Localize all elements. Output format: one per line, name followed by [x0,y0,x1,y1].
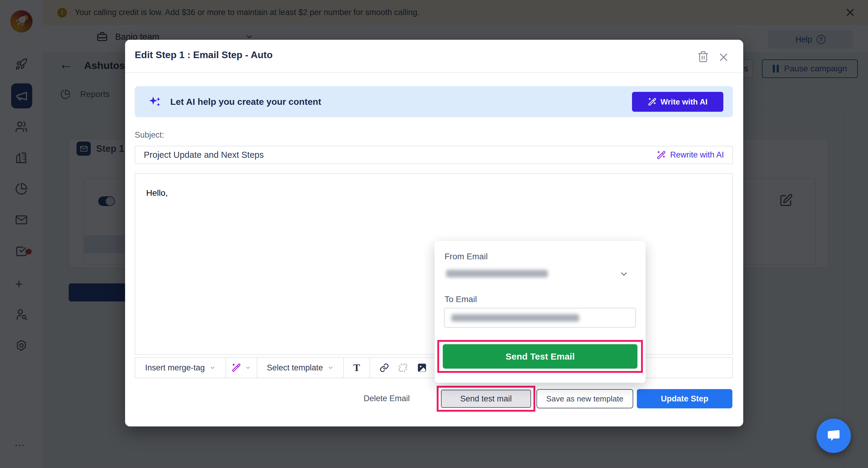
chevron-down-icon [327,364,334,371]
wand-icon [657,151,666,160]
text-format-button[interactable]: T [344,358,370,378]
send-test-mail-button[interactable]: Send test mail [441,390,531,408]
subject-label: Subject: [135,130,164,140]
insert-link-icon[interactable] [379,363,389,372]
subject-value: Project Update and Next Steps [144,150,264,160]
chat-widget-button[interactable] [816,419,851,453]
remove-link-icon[interactable] [398,363,408,372]
rewrite-with-ai-label: Rewrite with AI [670,150,724,160]
rewrite-with-ai-button[interactable]: Rewrite with AI [657,146,724,164]
save-as-new-template-button[interactable]: Save as new template [536,389,633,408]
divider [125,72,743,73]
text-format-icon: T [353,362,360,373]
send-test-email-button[interactable]: Send Test Email [443,344,638,369]
write-with-ai-label: Write with AI [661,97,708,107]
to-email-input[interactable] [444,308,636,328]
ai-helper-banner: Let AI help you create your content Writ… [135,86,733,117]
chevron-down-icon [209,364,216,371]
trash-icon[interactable] [697,51,709,63]
select-template-dropdown[interactable]: Select template [257,358,344,378]
sparkles-icon [148,95,162,109]
update-step-button[interactable]: Update Step [637,389,733,408]
delete-email-button[interactable]: Delete Email [356,394,417,403]
subject-input[interactable]: Project Update and Next Steps Rewrite wi… [135,146,733,164]
insert-image-icon[interactable] [417,363,427,373]
email-body-text: Hello, [146,188,733,198]
insert-merge-tag-dropdown[interactable]: Insert merge-tag [135,358,226,378]
wand-icon [648,98,656,106]
from-email-label: From Email [444,252,488,261]
from-email-value-redacted[interactable] [446,270,548,277]
chevron-down-icon [245,365,251,371]
ai-banner-text: Let AI help you create your content [170,97,321,107]
media-tools-group [370,358,436,378]
ai-wand-dropdown[interactable] [226,358,257,378]
close-icon[interactable] [718,52,729,63]
edit-step-modal: Edit Step 1 : Email Step - Auto Let AI h… [125,40,743,427]
to-email-value-redacted [451,314,579,322]
chevron-down-icon[interactable] [619,269,629,279]
wand-icon [232,363,241,372]
highlight-annotation: Send Test Email [437,340,643,373]
modal-title: Edit Step 1 : Email Step - Auto [135,49,273,61]
chat-bubble-icon [825,427,842,444]
highlight-annotation: Send test mail [437,386,535,412]
write-with-ai-button[interactable]: Write with AI [632,92,723,112]
to-email-label: To Email [444,295,477,304]
send-test-email-popup: From Email To Email Send Test Email [435,241,646,383]
